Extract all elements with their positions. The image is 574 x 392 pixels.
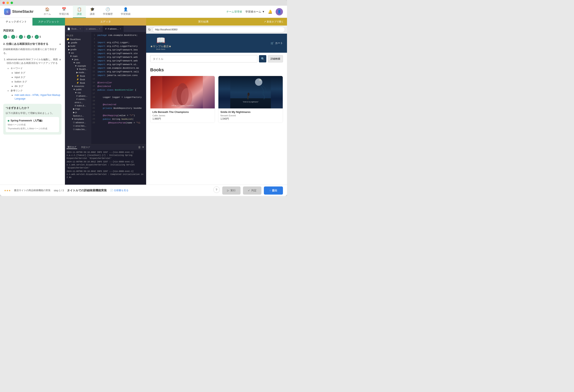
section2-title: 2. 仕様にある画面項目が全て存在する (3, 42, 62, 46)
tab-snapshot[interactable]: スナップショット (32, 18, 65, 26)
editor-tab-advanc[interactable]: ◇ advanc... × (83, 26, 103, 32)
nav-item-study-plan[interactable]: 📅 学習計画 (55, 5, 73, 18)
code-line-3: 3 import org.slf4j.Logger; (91, 41, 146, 45)
run-button[interactable]: ▷ 実行 (222, 187, 241, 195)
nav-item-history[interactable]: 🕐 学習履歴 (99, 5, 117, 18)
mdn-link[interactable]: mdn web docs - HTML: HyperText Markup La… (15, 94, 60, 100)
achievement-icon: 👤 (123, 7, 128, 12)
tree-comm-css[interactable]: # comm... (65, 97, 91, 101)
tab-close-book[interactable]: × (80, 28, 81, 30)
nav-label-history: 学習履歴 (103, 12, 113, 16)
search-button[interactable]: 🔍 (259, 55, 266, 62)
tree-advanc-css[interactable]: # advanc... (65, 94, 91, 97)
code-line-24: 24 public String bookList( (91, 118, 146, 121)
tree-src[interactable]: ▼ src (65, 51, 91, 55)
code-line-12: 12 import jakarta.validation.cons (91, 74, 146, 77)
close-button[interactable] (2, 2, 5, 4)
tree-error[interactable]: error.c... (65, 101, 91, 104)
editor-panel: 📄 Book... × ◇ advanc... × # # advanc... … (65, 26, 146, 185)
log-tab-exec[interactable]: 実行ログ (67, 146, 77, 149)
editor-tab-advanc2[interactable]: # # advanc... × (103, 26, 124, 32)
tree-book2[interactable]: ⚡ Book (65, 78, 91, 81)
tab-checkpoint[interactable]: チェックポイント (0, 18, 32, 26)
tree-js[interactable]: ▶ js (65, 111, 91, 114)
chevron-down-icon: ▼ (262, 10, 265, 13)
tree-gradle2[interactable]: ▶ gradle (65, 48, 91, 51)
submit-button[interactable]: ↑ 提出 (264, 187, 283, 195)
tree-mode[interactable]: ▶ mode... (65, 71, 91, 74)
tree-build[interactable]: ▶ build (65, 44, 91, 48)
book-card-nightmares[interactable]: "Smile at my nightmares" Smile At My Nig… (218, 76, 283, 123)
mdn-link-item[interactable]: mdn web docs - HTML: HyperText Markup La… (15, 93, 62, 101)
nav-items: 🏠 ホーム 📅 学習計画 📋 課題 🎓 講座 🕐 学習履歴 👤 学習実績 (40, 5, 226, 18)
badge-label-5: 5 (40, 36, 41, 38)
book-card-champions[interactable]: LIFE BENEATH THE CHAMPIONS Life Beneath … (150, 76, 215, 123)
book-info-nightmares: Smile At My Nightmares Nevaeh Everett 1,… (218, 109, 283, 123)
external-link-icon: ↗ (264, 20, 266, 23)
code-line-18: 18 Logger logger = LoggerFactory (91, 96, 146, 99)
tree-index-hash[interactable]: # index.d... (65, 104, 91, 107)
tree-advance-html[interactable]: ◇ advance... (65, 121, 91, 124)
tab-close-advanc2[interactable]: × (120, 28, 121, 30)
refresh-button[interactable]: ↻ (148, 28, 151, 32)
maximize-button[interactable] (11, 2, 13, 4)
tree-book1[interactable]: ⚡ Book (65, 74, 91, 78)
url-bar[interactable]: http://localhost:8080/ (152, 27, 285, 32)
book-icon: 📖 (156, 36, 165, 45)
nav-item-home[interactable]: 🏠 ホーム (40, 5, 55, 18)
main-content: 判定状況 ✓ 1 ✓ 2 ✓ 3 ✓ (0, 26, 287, 185)
diamond-icon-1: ◇ (73, 121, 75, 124)
tree-books[interactable]: ▼ BookS... (65, 68, 91, 71)
tree-templates[interactable]: ▼ templates (65, 117, 91, 121)
nav-item-lecture[interactable]: 🎓 講座 (86, 5, 99, 18)
code-area[interactable]: 1 package com.example.BookStore; 2 3 imp… (91, 32, 146, 144)
log-tab-judge[interactable]: 判定ログ (80, 146, 91, 149)
tree-book3[interactable]: ⚡ Book (65, 81, 91, 85)
ref-links-label: 参考リンク (11, 89, 62, 93)
notification-bell-icon[interactable]: 🔔 (268, 10, 272, 14)
svg-point-9 (248, 93, 250, 96)
course-card[interactable]: Spring Framework（入門編） Webページの作成 Thymelea… (6, 117, 59, 132)
course-description: Webページの作成 (8, 123, 57, 126)
judge-button[interactable]: ✓ 判定 (243, 187, 261, 195)
cart-button[interactable]: 🛒 カート (270, 41, 283, 45)
tree-resources[interactable]: ▼ resources (65, 85, 91, 88)
log-clear-button[interactable]: 🗑 ▼ (138, 146, 144, 149)
help-button[interactable]: ? (213, 187, 220, 193)
tree-java[interactable]: ▼ java (65, 58, 91, 61)
avatar[interactable]: 👤 (276, 8, 283, 15)
tree-gradle[interactable]: ▶ .gradle (65, 41, 91, 44)
tab-editor[interactable]: エディタ (65, 18, 146, 26)
team-admin-link[interactable]: チーム管理者 (226, 10, 242, 14)
check-icon-1: ✓ (3, 35, 7, 39)
tab-bar: チェックポイント スナップショット エディタ 実行結果 ↗ 新規タブで開く (0, 18, 287, 26)
learner-home-dropdown[interactable]: 学習者ホーム ▼ (246, 10, 265, 14)
tree-favicon[interactable]: favicon.c... (65, 114, 91, 117)
tree-com[interactable]: ▼ com (65, 61, 91, 64)
editor-tab-book[interactable]: 📄 Book... × (65, 26, 83, 32)
code-line-2: 2 (91, 37, 146, 41)
tree-example[interactable]: ▼ example (65, 64, 91, 68)
tree-css[interactable]: ▼ css (65, 91, 91, 94)
new-tab-button[interactable]: ↗ 新規タブで開く (261, 18, 287, 26)
collapse-button[interactable]: ▲ (59, 42, 62, 45)
tree-public[interactable]: ▼ public (65, 88, 91, 91)
tree-error-html[interactable]: ◇ error.htm... (65, 124, 91, 128)
spec-link[interactable]: 📄 仕様書を見る (110, 189, 128, 192)
minimize-button[interactable] (6, 2, 9, 4)
keyword-list: キーワード label タグ input タグ button タグ div タグ… (6, 66, 62, 101)
button-tag-item: button タグ (15, 80, 62, 84)
url-text: http://localhost:8080/ (155, 28, 178, 31)
tree-index-html[interactable]: ◇ index.hm... (65, 128, 91, 131)
nav-item-task[interactable]: 📋 課題 (73, 5, 86, 18)
detail-search-button[interactable]: 詳細検索 (268, 55, 283, 62)
tree-main[interactable]: ▼ main (65, 55, 91, 58)
tab-results[interactable]: 実行結果 (146, 18, 261, 26)
search-input[interactable] (150, 55, 257, 62)
tab-close-advanc[interactable]: × (99, 28, 100, 30)
tree-bookstore[interactable]: 📁BookStore (65, 37, 91, 41)
tree-imgs[interactable]: ▶ imgs (65, 107, 91, 111)
collapse-button-2[interactable]: ▲ (59, 57, 62, 61)
nav-item-achievement[interactable]: 👤 学習実績 (117, 5, 135, 18)
submit-icon: ↑ (269, 189, 271, 192)
